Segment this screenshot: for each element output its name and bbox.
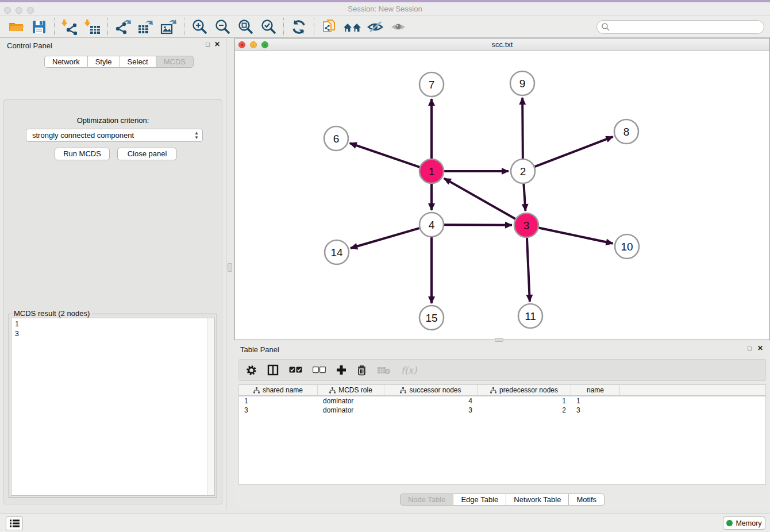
table-cell[interactable]: 2	[478, 406, 571, 415]
graph-edge-3-11[interactable]	[527, 238, 530, 302]
column-header-shared-name[interactable]: shared name	[239, 385, 318, 395]
function-builder-button[interactable]: f(x)	[401, 363, 417, 377]
zoom-out-button[interactable]	[211, 17, 234, 37]
graph-edge-2-9[interactable]	[522, 98, 523, 159]
memory-label: Memory	[736, 519, 761, 527]
graph-node-1[interactable]: 1	[419, 159, 444, 183]
refresh-view-button[interactable]	[287, 17, 310, 37]
network-canvas[interactable]: 7968124314101511	[235, 51, 769, 340]
graph-edge-2-8[interactable]	[535, 137, 613, 167]
result-line: 3	[15, 329, 211, 339]
delete-table-button[interactable]	[377, 363, 391, 377]
table-cell[interactable]: 3	[571, 406, 620, 415]
search-input[interactable]	[596, 20, 764, 34]
export-image-button[interactable]	[157, 17, 180, 37]
add-column-button[interactable]	[336, 363, 346, 377]
vertical-splitter-handle[interactable]	[228, 263, 232, 272]
column-header-MCDS-role[interactable]: MCDS role	[318, 385, 384, 395]
hide-selected-button[interactable]	[364, 17, 387, 37]
zoom-in-button[interactable]	[188, 17, 211, 37]
close-window-button[interactable]	[4, 7, 11, 14]
tab-network-table[interactable]: Network Table	[506, 494, 569, 506]
mcds-result-text[interactable]: 1 3	[11, 318, 215, 496]
graph-node-10[interactable]: 10	[615, 234, 639, 259]
table-row[interactable]: 1dominator411	[239, 396, 765, 406]
tab-motifs[interactable]: Motifs	[569, 494, 605, 506]
memory-button[interactable]: Memory	[723, 516, 765, 530]
graph-edge-4-14[interactable]	[351, 228, 419, 248]
table-cell[interactable]: 1	[478, 396, 571, 406]
network-window-titlebar[interactable]: ✕ − + scc.txt	[235, 38, 769, 51]
graph-node-6[interactable]: 6	[324, 126, 348, 151]
table-cell[interactable]: 4	[384, 396, 478, 406]
zoom-window-button[interactable]	[27, 7, 34, 14]
table-cell[interactable]: 1	[571, 396, 620, 406]
graph-node-14[interactable]: 14	[325, 240, 349, 264]
import-table-icon	[84, 18, 101, 36]
close-view-button[interactable]: ✕	[238, 41, 245, 48]
minimize-window-button[interactable]	[16, 7, 22, 14]
graph-node-9[interactable]: 9	[510, 71, 534, 95]
show-all-button[interactable]	[387, 17, 410, 37]
graph-node-4[interactable]: 4	[419, 213, 444, 237]
table-cell[interactable]: 3	[384, 406, 478, 415]
close-panel-icon[interactable]: ✕	[757, 344, 763, 352]
export-table-button[interactable]	[134, 17, 157, 37]
search-field[interactable]	[596, 20, 764, 34]
zoom-fit-button[interactable]	[234, 17, 257, 37]
criterion-dropdown[interactable]: strongly connected component ▲▼	[26, 129, 203, 142]
clone-network-button[interactable]	[318, 17, 341, 37]
table-cell[interactable]: dominator	[318, 406, 384, 415]
import-network-button[interactable]	[58, 17, 81, 37]
graph-node-2[interactable]: 2	[511, 159, 535, 183]
split-columns-button[interactable]	[267, 363, 279, 377]
export-network-button[interactable]	[111, 17, 134, 37]
maximize-view-button[interactable]: +	[261, 41, 268, 48]
select-all-rows-button[interactable]	[289, 363, 302, 377]
graph-edge-3-10[interactable]	[539, 228, 613, 244]
delete-column-button[interactable]	[357, 363, 367, 377]
tab-style[interactable]: Style	[88, 56, 120, 68]
horizontal-splitter-handle[interactable]	[495, 338, 503, 342]
graph-edge-3-1[interactable]	[444, 178, 515, 219]
graph-node-7[interactable]: 7	[419, 72, 444, 97]
table-row[interactable]: 3dominator323	[239, 406, 765, 415]
float-panel-icon[interactable]: □	[748, 345, 752, 352]
reset-layout-button[interactable]	[341, 17, 364, 37]
close-panel-icon[interactable]: ✕	[214, 40, 220, 48]
graph-node-8[interactable]: 8	[614, 119, 638, 144]
tab-edge-table[interactable]: Edge Table	[453, 494, 506, 506]
column-header-name[interactable]: name	[571, 385, 620, 395]
result-scrollbar[interactable]	[207, 318, 214, 495]
open-session-button[interactable]	[5, 17, 28, 37]
table-settings-button[interactable]	[246, 363, 257, 377]
minimize-view-button[interactable]: −	[250, 41, 257, 48]
control-panel-title: Control Panel	[7, 41, 52, 50]
task-history-button[interactable]	[6, 516, 23, 530]
tab-mcds[interactable]: MCDS	[156, 56, 194, 68]
tab-node-table[interactable]: Node Table	[400, 494, 454, 506]
hierarchy-icon	[329, 387, 336, 394]
save-session-button[interactable]	[28, 17, 51, 37]
graph-edge-4-3[interactable]	[444, 225, 512, 225]
column-header-predecessor-nodes[interactable]: predecessor nodes	[478, 385, 571, 395]
table-cell[interactable]: 3	[239, 406, 318, 415]
graph-edge-2-3[interactable]	[523, 184, 525, 211]
tab-select[interactable]: Select	[120, 56, 156, 68]
zoom-selected-button[interactable]	[257, 17, 280, 37]
dropdown-stepper-icon: ▲▼	[194, 131, 199, 140]
graph-node-11[interactable]: 11	[518, 304, 542, 328]
import-table-button[interactable]	[81, 17, 104, 37]
table-cell[interactable]: dominator	[318, 396, 384, 406]
tab-network[interactable]: Network	[44, 56, 88, 68]
float-panel-icon[interactable]: □	[206, 41, 210, 48]
table-cell[interactable]: 1	[239, 396, 318, 406]
run-mcds-button[interactable]: Run MCDS	[55, 148, 110, 160]
column-header-successor-nodes[interactable]: successor nodes	[384, 385, 478, 395]
graph-node-3[interactable]: 3	[514, 213, 538, 237]
unselect-all-rows-button[interactable]	[313, 363, 326, 377]
graph-node-15[interactable]: 15	[419, 306, 444, 330]
graph-edge-1-6[interactable]	[350, 143, 420, 167]
close-panel-button[interactable]: Close panel	[117, 148, 177, 160]
hierarchy-icon	[490, 387, 496, 394]
